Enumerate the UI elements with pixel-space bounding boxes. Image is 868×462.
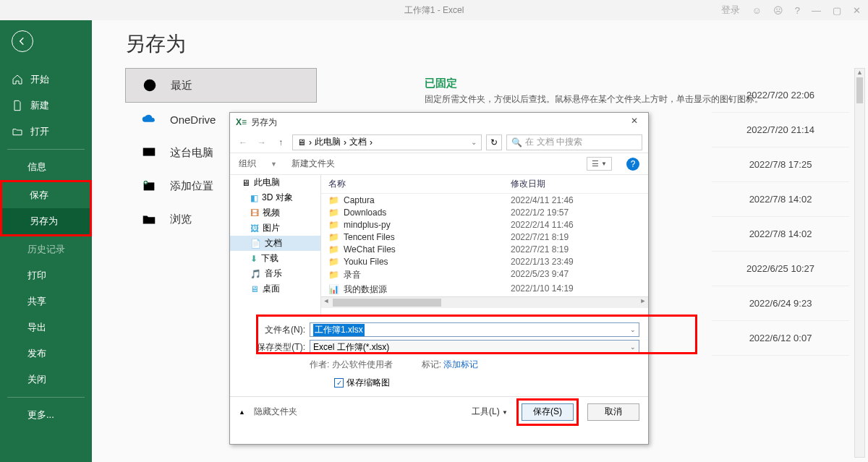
file-item[interactable]: 📊我的数据源2022/1/10 14:19 [321, 282, 648, 296]
document-icon [12, 100, 23, 111]
recent-file-date[interactable]: 2022/6/24 9:23 [712, 286, 849, 321]
file-item[interactable]: 📁Tencent Files2022/7/21 8:19 [321, 231, 648, 243]
chevron-down-icon[interactable]: ⌄ [471, 138, 477, 146]
sidebar-item-more[interactable]: 更多... [0, 402, 92, 428]
folder-icon: 📁 [328, 257, 339, 267]
face-smile-icon[interactable]: ☺ [752, 5, 761, 16]
dialog-toolbar: 组织 ▼ 新建文件夹 ☰ ▼ ? [230, 153, 648, 175]
folder-icon: 📁 [328, 232, 339, 242]
vertical-scrollbar[interactable]: ▲ [854, 68, 865, 458]
home-icon [12, 74, 23, 85]
filename-label: 文件名(N): [239, 324, 305, 336]
sidebar-item-home[interactable]: 开始 [0, 67, 92, 93]
chevron-down-icon[interactable]: ⌄ [630, 343, 636, 351]
login-label[interactable]: 登录 [721, 4, 740, 17]
scroll-up-icon[interactable]: ▲ [855, 69, 864, 76]
cancel-button[interactable]: 取消 [587, 403, 639, 421]
caret-up-icon[interactable]: ▲ [239, 408, 245, 416]
nav-up-icon[interactable]: ↑ [273, 137, 288, 147]
tags-label: 标记: [422, 359, 441, 369]
recent-file-date[interactable]: 2022/7/8 14:02 [712, 217, 849, 252]
dialog-close-button[interactable]: ✕ [625, 116, 644, 129]
organize-button[interactable]: 组织 [239, 158, 256, 170]
folder-icon: 📁 [328, 220, 339, 230]
tools-dropdown[interactable]: 工具(L) ▼ [472, 406, 508, 418]
filename-input[interactable]: 工作簿1.xlsx ⌄ [310, 322, 639, 337]
recent-file-date[interactable]: 2022/7/20 21:14 [712, 113, 849, 147]
pc-icon [141, 145, 157, 161]
file-item[interactable]: 📁录音2022/5/23 9:47 [321, 268, 648, 282]
sidebar-item-saveas[interactable]: 另存为 [2, 208, 90, 234]
files-header[interactable]: 名称 修改日期 [321, 175, 648, 194]
tree-3dobjects[interactable]: ◧3D 对象 [230, 190, 320, 205]
help-icon[interactable]: ? [795, 5, 800, 16]
minimize-icon[interactable]: — [812, 5, 821, 16]
close-icon[interactable]: ✕ [853, 5, 861, 16]
tree-music[interactable]: 🎵音乐 [230, 266, 320, 281]
sidebar-item-new[interactable]: 新建 [0, 93, 92, 119]
sidebar-item-export[interactable]: 导出 [0, 315, 92, 341]
sidebar-item-publish[interactable]: 发布 [0, 341, 92, 367]
hide-folders-toggle[interactable]: 隐藏文件夹 [254, 406, 297, 418]
sidebar-item-close[interactable]: 关闭 [0, 367, 92, 393]
recent-file-date[interactable]: 2022/7/20 22:06 [712, 78, 849, 113]
file-item[interactable]: 📁Downloads2022/1/2 19:57 [321, 206, 648, 218]
dialog-fields: 文件名(N): 工作簿1.xlsx ⌄ 保存类型(T): Excel 工作簿(*… [230, 317, 648, 396]
window-title: 工作簿1 - Excel [404, 4, 464, 17]
back-button[interactable] [12, 30, 33, 52]
breadcrumb[interactable]: 🖥 › 此电脑 › 文档 › ⌄ [292, 134, 482, 150]
thumbnail-label[interactable]: 保存缩略图 [346, 377, 390, 389]
col-header-date[interactable]: 修改日期 [511, 178, 641, 190]
video-icon: 🎞 [250, 208, 259, 218]
title-bar: 工作簿1 - Excel 登录 ☺ ☹ ? — ▢ ✕ [0, 0, 868, 20]
help-icon[interactable]: ? [626, 158, 639, 171]
sidebar-item-print[interactable]: 打印 [0, 262, 92, 288]
thumbnail-checkbox[interactable]: ✓ [334, 378, 344, 388]
file-item[interactable]: 📁Captura2022/4/11 21:46 [321, 194, 648, 206]
folder-icon: 📁 [328, 208, 339, 218]
tree-desktop[interactable]: 🖥桌面 [230, 281, 320, 296]
recent-file-date[interactable]: 2022/6/12 0:07 [712, 321, 849, 356]
scroll-thumb[interactable] [333, 299, 441, 307]
scroll-thumb[interactable] [856, 77, 863, 103]
chevron-down-icon[interactable]: ⌄ [630, 326, 636, 333]
sidebar-item-info[interactable]: 信息 [0, 154, 92, 180]
save-button[interactable]: 保存(S) [522, 403, 574, 421]
sidebar-item-share[interactable]: 共享 [0, 288, 92, 315]
file-item[interactable]: 📁mindplus-py2022/2/14 11:46 [321, 218, 648, 231]
col-header-name[interactable]: 名称 [328, 178, 511, 190]
pc-small-icon: 🖥 [297, 137, 306, 147]
location-recent[interactable]: 最近 [125, 68, 317, 103]
refresh-button[interactable]: ↻ [486, 134, 502, 150]
dialog-body: 🖥此电脑 ◧3D 对象 🎞视频 🖼图片 📄文档 ⬇下载 🎵音乐 🖥桌面 名称 修… [230, 175, 648, 317]
divider [7, 149, 85, 150]
view-options-button[interactable]: ☰ ▼ [587, 157, 612, 171]
nav-forward-icon: → [255, 137, 269, 147]
recent-file-date[interactable]: 2022/7/8 17:25 [712, 147, 849, 182]
author-label: 作者: [310, 359, 329, 369]
tree-thispc[interactable]: 🖥此电脑 [230, 175, 320, 190]
filetype-select[interactable]: Excel 工作簿(*.xlsx) ⌄ [310, 340, 639, 354]
recent-file-date[interactable]: 2022/7/8 14:02 [712, 182, 849, 217]
file-item[interactable]: 📁WeChat Files2022/7/21 8:19 [321, 243, 648, 255]
new-folder-button[interactable]: 新建文件夹 [292, 158, 335, 170]
search-input[interactable]: 🔍 在 文档 中搜索 [506, 134, 642, 150]
horizontal-scrollbar[interactable]: ◄ ► [321, 296, 648, 308]
tree-pictures[interactable]: 🖼图片 [230, 221, 320, 236]
sidebar-item-open[interactable]: 打开 [0, 119, 92, 145]
restore-icon[interactable]: ▢ [833, 5, 841, 16]
folder-tree[interactable]: 🖥此电脑 ◧3D 对象 🎞视频 🖼图片 📄文档 ⬇下载 🎵音乐 🖥桌面 [230, 175, 321, 317]
nav-back-icon[interactable]: ← [236, 137, 250, 147]
author-value[interactable]: 办公软件使用者 [332, 359, 393, 369]
arrow-left-icon [17, 35, 28, 47]
recent-file-date[interactable]: 2022/6/25 10:27 [712, 252, 849, 286]
pc-icon: 🖥 [242, 178, 250, 188]
tree-videos[interactable]: 🎞视频 [230, 205, 320, 221]
face-sad-icon[interactable]: ☹ [773, 5, 783, 16]
sidebar-item-save[interactable]: 保存 [2, 182, 90, 208]
tree-downloads[interactable]: ⬇下载 [230, 251, 320, 266]
tree-documents[interactable]: 📄文档 [230, 236, 320, 251]
file-item[interactable]: 📁Youku Files2022/1/13 23:49 [321, 255, 648, 268]
tags-link[interactable]: 添加标记 [443, 359, 478, 369]
recent-files-list: 2022/7/20 22:06 2022/7/20 21:14 2022/7/8… [712, 78, 849, 356]
